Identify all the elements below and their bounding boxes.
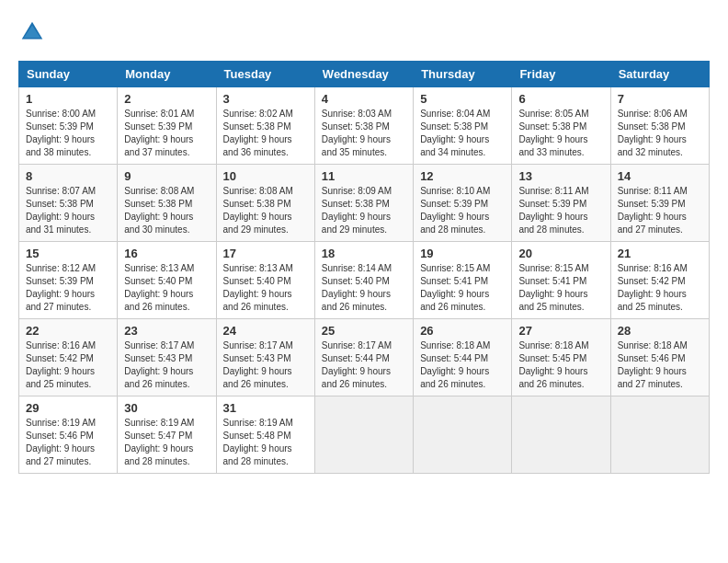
header-sunday: Sunday xyxy=(19,62,118,87)
day-number: 21 xyxy=(618,247,702,260)
calendar-cell xyxy=(414,396,512,474)
day-number: 3 xyxy=(223,92,308,106)
day-detail: Sunrise: 8:06 AMSunset: 5:38 PMDaylight:… xyxy=(618,109,688,157)
day-number: 15 xyxy=(26,247,110,260)
header-saturday: Saturday xyxy=(610,62,709,87)
day-detail: Sunrise: 8:02 AMSunset: 5:38 PMDaylight:… xyxy=(223,109,293,157)
day-detail: Sunrise: 8:15 AMSunset: 5:41 PMDaylight:… xyxy=(420,263,490,312)
day-number: 20 xyxy=(518,247,603,260)
header-wednesday: Wednesday xyxy=(314,62,413,87)
day-number: 27 xyxy=(518,324,603,338)
day-detail: Sunrise: 8:01 AMSunset: 5:39 PMDaylight:… xyxy=(124,109,194,157)
day-detail: Sunrise: 8:04 AMSunset: 5:38 PMDaylight:… xyxy=(420,109,490,157)
calendar-cell: 27 Sunrise: 8:18 AMSunset: 5:45 PMDaylig… xyxy=(512,319,610,396)
day-number: 2 xyxy=(124,92,209,106)
day-number: 17 xyxy=(223,247,308,260)
day-number: 10 xyxy=(223,169,308,183)
calendar-cell: 14 Sunrise: 8:11 AMSunset: 5:39 PMDaylig… xyxy=(610,165,709,242)
day-detail: Sunrise: 8:17 AMSunset: 5:43 PMDaylight:… xyxy=(223,340,293,389)
day-number: 13 xyxy=(518,169,603,183)
calendar-cell: 18 Sunrise: 8:14 AMSunset: 5:40 PMDaylig… xyxy=(314,242,413,319)
calendar-week-1: 1 Sunrise: 8:00 AMSunset: 5:39 PMDayligh… xyxy=(19,87,710,165)
day-detail: Sunrise: 8:16 AMSunset: 5:42 PMDaylight:… xyxy=(618,263,688,312)
calendar-cell: 4 Sunrise: 8:03 AMSunset: 5:38 PMDayligh… xyxy=(314,87,413,165)
day-detail: Sunrise: 8:00 AMSunset: 5:39 PMDaylight:… xyxy=(26,109,96,157)
calendar-cell: 3 Sunrise: 8:02 AMSunset: 5:38 PMDayligh… xyxy=(216,87,314,165)
day-detail: Sunrise: 8:03 AMSunset: 5:38 PMDaylight:… xyxy=(322,109,392,157)
calendar-cell: 31 Sunrise: 8:19 AMSunset: 5:48 PMDaylig… xyxy=(216,396,314,474)
calendar-cell: 16 Sunrise: 8:13 AMSunset: 5:40 PMDaylig… xyxy=(118,242,216,319)
calendar-cell xyxy=(610,396,709,474)
header-thursday: Thursday xyxy=(414,62,512,87)
calendar-week-2: 8 Sunrise: 8:07 AMSunset: 5:38 PMDayligh… xyxy=(19,165,710,242)
calendar-cell xyxy=(512,396,610,474)
calendar-cell: 22 Sunrise: 8:16 AMSunset: 5:42 PMDaylig… xyxy=(19,319,118,396)
day-number: 9 xyxy=(124,169,209,183)
day-number: 18 xyxy=(322,247,406,260)
day-number: 7 xyxy=(618,92,702,106)
day-detail: Sunrise: 8:17 AMSunset: 5:44 PMDaylight:… xyxy=(322,340,392,389)
day-detail: Sunrise: 8:07 AMSunset: 5:38 PMDaylight:… xyxy=(26,186,96,235)
day-detail: Sunrise: 8:18 AMSunset: 5:44 PMDaylight:… xyxy=(420,340,490,389)
day-number: 8 xyxy=(26,169,110,183)
calendar-cell: 30 Sunrise: 8:19 AMSunset: 5:47 PMDaylig… xyxy=(118,396,216,474)
day-detail: Sunrise: 8:10 AMSunset: 5:39 PMDaylight:… xyxy=(420,186,490,235)
calendar-cell: 12 Sunrise: 8:10 AMSunset: 5:39 PMDaylig… xyxy=(414,165,512,242)
calendar-table: SundayMondayTuesdayWednesdayThursdayFrid… xyxy=(18,61,710,474)
day-number: 5 xyxy=(420,92,505,106)
day-detail: Sunrise: 8:18 AMSunset: 5:46 PMDaylight:… xyxy=(618,340,688,389)
day-number: 12 xyxy=(420,169,505,183)
calendar-cell: 5 Sunrise: 8:04 AMSunset: 5:38 PMDayligh… xyxy=(414,87,512,165)
calendar-cell: 29 Sunrise: 8:19 AMSunset: 5:46 PMDaylig… xyxy=(19,396,118,474)
logo xyxy=(18,18,50,46)
day-detail: Sunrise: 8:05 AMSunset: 5:38 PMDaylight:… xyxy=(518,109,588,157)
calendar-cell: 7 Sunrise: 8:06 AMSunset: 5:38 PMDayligh… xyxy=(610,87,709,165)
day-detail: Sunrise: 8:16 AMSunset: 5:42 PMDaylight:… xyxy=(26,340,96,389)
day-number: 30 xyxy=(124,401,209,415)
header-tuesday: Tuesday xyxy=(216,62,314,87)
calendar-cell: 15 Sunrise: 8:12 AMSunset: 5:39 PMDaylig… xyxy=(19,242,118,319)
day-number: 22 xyxy=(26,324,110,338)
calendar-cell: 28 Sunrise: 8:18 AMSunset: 5:46 PMDaylig… xyxy=(610,319,709,396)
calendar-week-3: 15 Sunrise: 8:12 AMSunset: 5:39 PMDaylig… xyxy=(19,242,710,319)
page-header xyxy=(18,18,710,46)
day-number: 14 xyxy=(618,169,702,183)
day-detail: Sunrise: 8:09 AMSunset: 5:38 PMDaylight:… xyxy=(322,186,392,235)
day-number: 11 xyxy=(322,169,406,183)
calendar-cell: 2 Sunrise: 8:01 AMSunset: 5:39 PMDayligh… xyxy=(118,87,216,165)
day-detail: Sunrise: 8:15 AMSunset: 5:41 PMDaylight:… xyxy=(518,263,588,312)
day-number: 23 xyxy=(124,324,209,338)
header-friday: Friday xyxy=(512,62,610,87)
day-detail: Sunrise: 8:11 AMSunset: 5:39 PMDaylight:… xyxy=(618,186,688,235)
day-detail: Sunrise: 8:19 AMSunset: 5:47 PMDaylight:… xyxy=(124,418,194,466)
calendar-cell: 13 Sunrise: 8:11 AMSunset: 5:39 PMDaylig… xyxy=(512,165,610,242)
calendar-cell: 9 Sunrise: 8:08 AMSunset: 5:38 PMDayligh… xyxy=(118,165,216,242)
calendar-week-5: 29 Sunrise: 8:19 AMSunset: 5:46 PMDaylig… xyxy=(19,396,710,474)
calendar-cell: 21 Sunrise: 8:16 AMSunset: 5:42 PMDaylig… xyxy=(610,242,709,319)
calendar-cell xyxy=(314,396,413,474)
calendar-cell: 19 Sunrise: 8:15 AMSunset: 5:41 PMDaylig… xyxy=(414,242,512,319)
calendar-header-row: SundayMondayTuesdayWednesdayThursdayFrid… xyxy=(19,62,710,87)
day-number: 28 xyxy=(618,324,702,338)
day-detail: Sunrise: 8:08 AMSunset: 5:38 PMDaylight:… xyxy=(223,186,293,235)
day-detail: Sunrise: 8:18 AMSunset: 5:45 PMDaylight:… xyxy=(518,340,588,389)
day-number: 6 xyxy=(518,92,603,106)
day-number: 31 xyxy=(223,401,308,415)
calendar-cell: 17 Sunrise: 8:13 AMSunset: 5:40 PMDaylig… xyxy=(216,242,314,319)
day-detail: Sunrise: 8:13 AMSunset: 5:40 PMDaylight:… xyxy=(223,263,293,312)
day-number: 19 xyxy=(420,247,505,260)
calendar-cell: 6 Sunrise: 8:05 AMSunset: 5:38 PMDayligh… xyxy=(512,87,610,165)
calendar-cell: 20 Sunrise: 8:15 AMSunset: 5:41 PMDaylig… xyxy=(512,242,610,319)
calendar-cell: 1 Sunrise: 8:00 AMSunset: 5:39 PMDayligh… xyxy=(19,87,118,165)
day-detail: Sunrise: 8:13 AMSunset: 5:40 PMDaylight:… xyxy=(124,263,194,312)
calendar-cell: 23 Sunrise: 8:17 AMSunset: 5:43 PMDaylig… xyxy=(118,319,216,396)
day-detail: Sunrise: 8:17 AMSunset: 5:43 PMDaylight:… xyxy=(124,340,194,389)
day-number: 29 xyxy=(26,401,110,415)
day-number: 4 xyxy=(322,92,406,106)
header-monday: Monday xyxy=(118,62,216,87)
day-detail: Sunrise: 8:08 AMSunset: 5:38 PMDaylight:… xyxy=(124,186,194,235)
day-number: 1 xyxy=(26,92,110,106)
day-detail: Sunrise: 8:14 AMSunset: 5:40 PMDaylight:… xyxy=(322,263,392,312)
day-number: 25 xyxy=(322,324,406,338)
day-detail: Sunrise: 8:19 AMSunset: 5:48 PMDaylight:… xyxy=(223,418,293,466)
